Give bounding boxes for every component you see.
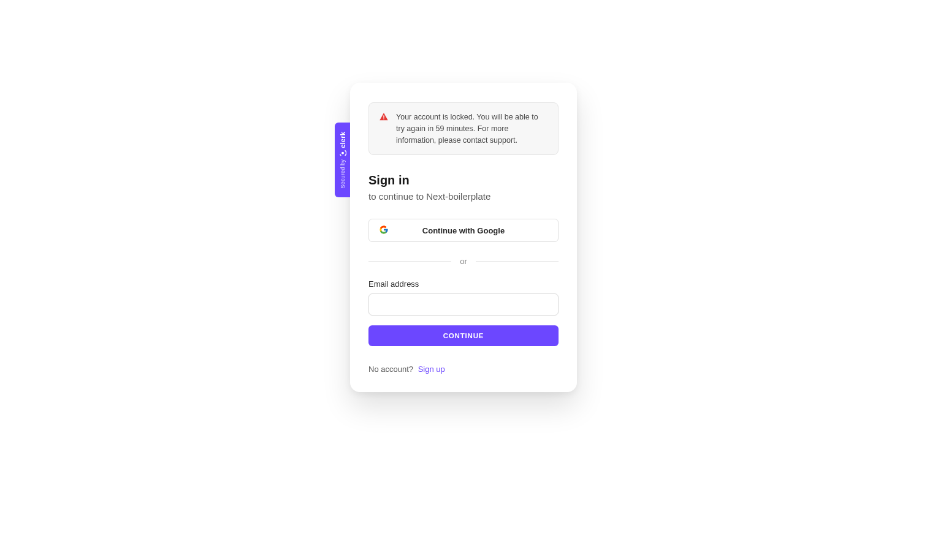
divider: or — [368, 257, 559, 266]
clerk-logo-icon — [339, 149, 346, 157]
signup-link[interactable]: Sign up — [418, 365, 445, 374]
svg-rect-1 — [383, 115, 384, 118]
clerk-brand: clerk — [339, 132, 346, 157]
svg-point-0 — [341, 152, 344, 154]
page-title: Sign in — [368, 173, 559, 187]
secured-by-text: Secured by — [340, 159, 346, 189]
google-icon — [379, 225, 389, 236]
page-subtitle: to continue to Next-boilerplate — [368, 191, 559, 202]
signin-card: Your account is locked. You will be able… — [350, 83, 577, 392]
alert-message: Your account is locked. You will be able… — [396, 112, 548, 146]
google-button-label: Continue with Google — [422, 226, 505, 235]
email-field[interactable] — [368, 293, 559, 316]
warning-icon — [379, 112, 389, 124]
clerk-brand-text: clerk — [339, 132, 346, 148]
no-account-text: No account? — [368, 365, 413, 374]
continue-button[interactable]: CONTINUE — [368, 325, 559, 346]
divider-text: or — [451, 257, 476, 266]
signin-card-wrapper: clerk Secured by Your account is locked.… — [350, 83, 577, 392]
signup-prompt: No account? Sign up — [368, 365, 559, 374]
account-locked-alert: Your account is locked. You will be able… — [368, 102, 559, 155]
email-label: Email address — [368, 279, 559, 289]
secured-by-clerk-tab[interactable]: clerk Secured by — [335, 123, 350, 197]
continue-with-google-button[interactable]: Continue with Google — [368, 219, 559, 242]
svg-rect-2 — [383, 118, 384, 119]
